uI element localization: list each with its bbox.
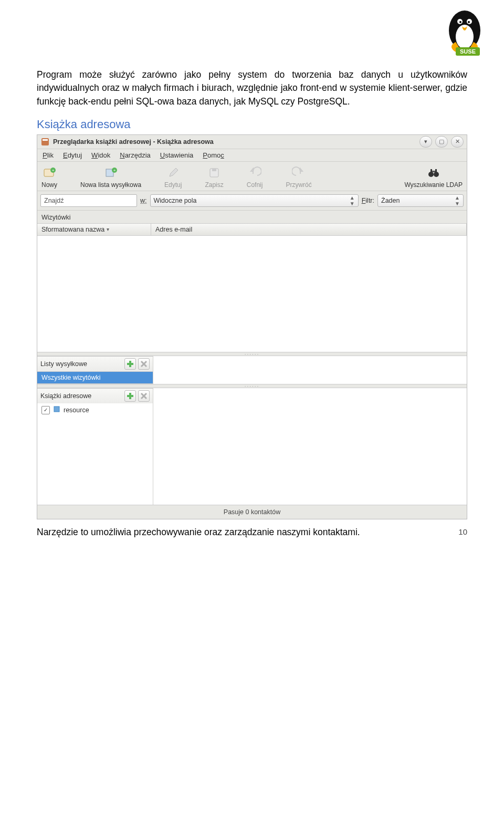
redo-icon xyxy=(292,166,306,180)
menu-file[interactable]: Plik xyxy=(43,151,54,159)
save-button: Zapisz xyxy=(203,165,225,190)
search-bar: Znajdź w: Widoczne pola ▲▼ Filtr: Żaden … xyxy=(37,191,467,211)
filter-label: Filtr: xyxy=(362,197,374,204)
delete-list-button[interactable] xyxy=(138,358,150,370)
toolbar: + Nowy + Nowa lista wysyłkowa Edytuj Zap… xyxy=(37,162,467,191)
menu-help[interactable]: Pomoc xyxy=(203,151,224,159)
edit-button: Edytuj xyxy=(162,165,184,190)
svg-text:SUSE: SUSE xyxy=(460,48,476,55)
all-cards-row[interactable]: Wszystkie wizytówki xyxy=(37,371,153,384)
undo-button: Cofnij xyxy=(245,165,265,190)
book-detail-area[interactable] xyxy=(153,388,467,505)
menu-view[interactable]: Widok xyxy=(91,151,110,159)
svg-rect-17 xyxy=(212,169,216,171)
resource-row[interactable]: ✓ resource xyxy=(37,403,153,416)
books-header: Książki adresowe xyxy=(37,388,153,403)
col-email[interactable]: Adres e-mail xyxy=(151,224,467,235)
svg-rect-9 xyxy=(43,139,48,141)
svg-rect-21 xyxy=(435,169,437,173)
new-card-icon: + xyxy=(43,166,56,180)
new-list-button[interactable]: + Nowa lista wysyłkowa xyxy=(78,165,143,190)
window-title: Przeglądarka książki adresowej - Książka… xyxy=(53,138,416,145)
delete-book-button[interactable] xyxy=(138,390,150,402)
filter-combo[interactable]: Żaden ▲▼ xyxy=(377,194,464,207)
svg-text:+: + xyxy=(52,168,55,173)
splitter-2[interactable] xyxy=(37,384,467,388)
resource-checkbox[interactable]: ✓ xyxy=(41,406,50,414)
redo-button: Przywróć xyxy=(284,165,313,190)
svg-rect-26 xyxy=(127,395,133,397)
find-input[interactable]: Znajdź xyxy=(40,194,137,207)
svg-rect-22 xyxy=(432,171,435,172)
svg-rect-27 xyxy=(54,406,59,412)
sort-icon: ▾ xyxy=(107,226,109,232)
binoculars-icon xyxy=(427,166,440,180)
paragraph-1: Program może służyć zarówno jako pełny s… xyxy=(37,68,467,108)
splitter-1[interactable] xyxy=(37,352,467,356)
save-icon xyxy=(207,166,221,180)
window-body: Wizytówki Sformatowana nazwa ▾ Adres e-m… xyxy=(37,211,467,505)
new-button[interactable]: + Nowy xyxy=(39,165,59,190)
app-icon xyxy=(40,137,50,147)
status-bar: Pasuje 0 kontaktów xyxy=(37,505,467,519)
svg-point-5 xyxy=(468,21,470,23)
svg-point-4 xyxy=(459,21,461,23)
tux-suse-logo: SUSE xyxy=(441,4,488,57)
menu-tools[interactable]: Narzędzia xyxy=(120,151,151,159)
close-button[interactable]: ✕ xyxy=(451,136,464,148)
new-list-icon: + xyxy=(104,166,118,180)
in-label: w: xyxy=(140,197,147,204)
heading-address-book: Książka adresowa xyxy=(37,118,467,131)
menu-settings[interactable]: Ustawienia xyxy=(160,151,194,159)
menu-edit[interactable]: Edytuj xyxy=(63,151,82,159)
columns-row: Sformatowana nazwa ▾ Adres e-mail xyxy=(37,223,467,236)
address-book-window: Przeglądarka książki adresowej - Książka… xyxy=(37,134,467,519)
col-formatted-name[interactable]: Sformatowana nazwa ▾ xyxy=(37,224,151,235)
add-list-button[interactable] xyxy=(124,358,136,370)
svg-rect-24 xyxy=(127,363,133,365)
paragraph-2: Narzędzie to umożliwia przechowywanie or… xyxy=(37,527,467,538)
svg-rect-20 xyxy=(430,169,432,173)
menubar: Plik Edytuj Widok Narzędzia Ustawienia P… xyxy=(37,149,467,162)
cards-label: Wizytówki xyxy=(37,211,467,223)
spinner-icon: ▲▼ xyxy=(350,195,355,206)
add-book-button[interactable] xyxy=(124,390,136,402)
list-detail-area[interactable] xyxy=(153,356,467,384)
field-combo[interactable]: Widoczne pola ▲▼ xyxy=(150,194,359,207)
maximize-button[interactable]: ▢ xyxy=(435,136,448,148)
undo-icon xyxy=(248,166,261,180)
ldap-button[interactable]: Wyszukiwanie LDAP xyxy=(402,165,465,190)
titlebar[interactable]: Przeglądarka książki adresowej - Książka… xyxy=(37,135,467,149)
books-area[interactable] xyxy=(37,416,153,505)
svg-text:+: + xyxy=(113,168,116,173)
book-icon xyxy=(53,405,60,414)
minimize-button[interactable]: ▾ xyxy=(419,136,432,148)
cards-list-area[interactable] xyxy=(37,236,467,352)
lists-header: Listy wysyłkowe xyxy=(37,356,153,371)
edit-icon xyxy=(166,166,180,180)
spinner-icon: ▲▼ xyxy=(455,195,460,206)
page-number: 10 xyxy=(458,527,467,536)
